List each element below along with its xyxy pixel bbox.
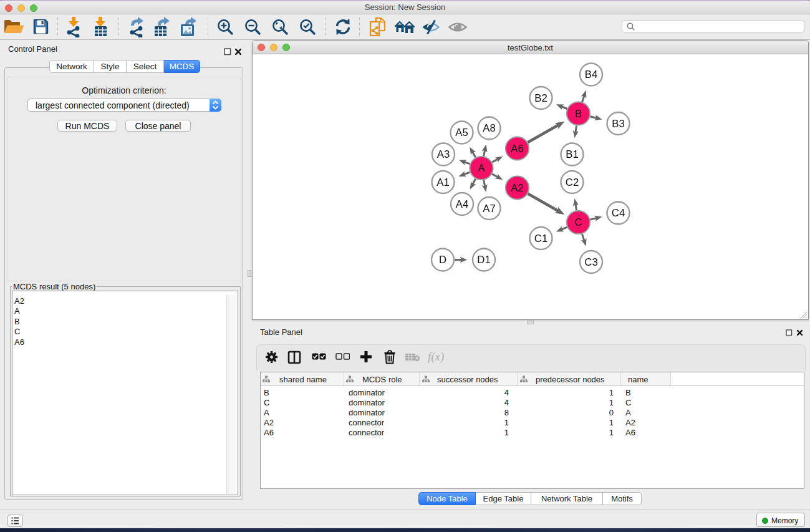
svg-text:C1: C1 — [534, 233, 547, 244]
svg-text:D: D — [439, 254, 446, 266]
svg-text:A8: A8 — [483, 122, 496, 134]
svg-text:A2: A2 — [511, 182, 524, 194]
svg-text:C3: C3 — [584, 256, 597, 268]
svg-text:B1: B1 — [566, 148, 579, 160]
svg-text:C: C — [574, 216, 582, 228]
svg-text:D1: D1 — [477, 254, 490, 266]
svg-text:B: B — [575, 108, 582, 120]
svg-text:A4: A4 — [456, 198, 469, 210]
svg-text:A5: A5 — [455, 127, 468, 138]
svg-text:B3: B3 — [612, 118, 625, 130]
svg-text:A3: A3 — [437, 148, 450, 160]
svg-text:A6: A6 — [511, 143, 524, 155]
svg-text:A1: A1 — [436, 177, 450, 188]
svg-text:A: A — [478, 162, 485, 174]
svg-text:A7: A7 — [483, 203, 496, 215]
svg-text:C4: C4 — [612, 207, 625, 219]
svg-text:C2: C2 — [566, 177, 579, 188]
svg-text:B2: B2 — [534, 92, 547, 104]
svg-text:B4: B4 — [585, 69, 598, 80]
